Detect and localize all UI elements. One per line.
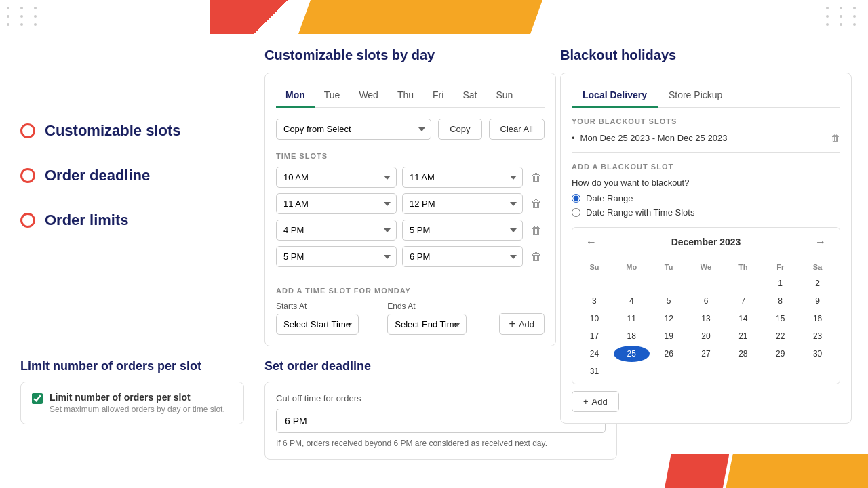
calendar-title: December 2023 xyxy=(671,237,741,247)
cal-day-21[interactable]: 21 xyxy=(725,328,761,344)
radio-date-range[interactable]: Date Range xyxy=(572,193,840,203)
starts-at-label: Starts At xyxy=(276,302,382,311)
cal-day-20[interactable]: 20 xyxy=(688,328,724,344)
cal-day-5[interactable]: 5 xyxy=(651,293,687,309)
sidebar-item-order-limits[interactable]: Order limits xyxy=(20,211,224,229)
delete-slot-3-icon[interactable]: 🗑 xyxy=(528,248,545,266)
cal-day-9[interactable]: 9 xyxy=(800,293,835,309)
dots-decoration-tr xyxy=(826,7,861,26)
dots-decoration-tl xyxy=(7,7,42,26)
delete-slot-0-icon[interactable]: 🗑 xyxy=(528,169,545,186)
nav-circle-icon xyxy=(20,168,35,183)
cal-day-8[interactable]: 8 xyxy=(762,293,798,309)
cal-day-15[interactable]: 15 xyxy=(762,310,798,327)
copy-button[interactable]: Copy xyxy=(438,119,481,140)
cal-header-sa: Sa xyxy=(800,260,835,274)
sidebar-item-order-deadline[interactable]: Order deadline xyxy=(20,167,224,184)
cal-day-6[interactable]: 6 xyxy=(688,293,724,309)
tab-sun[interactable]: Sun xyxy=(486,84,522,108)
tab-fri[interactable]: Fri xyxy=(423,84,453,108)
banner-red xyxy=(210,0,305,34)
bullet-icon: • xyxy=(572,133,575,143)
add-blackout-button[interactable]: + Add xyxy=(572,391,619,412)
cal-day-14[interactable]: 14 xyxy=(725,310,761,327)
cal-day xyxy=(688,363,724,380)
cal-day-3[interactable]: 3 xyxy=(576,293,612,309)
start-time-select[interactable]: Select Start Time xyxy=(276,314,359,335)
delete-blackout-slot-icon[interactable]: 🗑 xyxy=(831,132,840,143)
cal-day-31[interactable]: 31 xyxy=(576,363,612,380)
slot-3-start-select[interactable]: 5 PM xyxy=(276,246,397,267)
slot-3-end-select[interactable]: 6 PM xyxy=(402,246,523,267)
calendar-prev-button[interactable]: ← xyxy=(582,235,601,249)
cutoff-label: Cut off time for orders xyxy=(276,393,606,403)
your-slots-label: YOUR BLACKOUT SLOTS xyxy=(572,117,840,125)
tab-store-pickup[interactable]: Store Pickup xyxy=(658,84,733,108)
cal-day-30[interactable]: 30 xyxy=(800,346,835,362)
cal-day-22[interactable]: 22 xyxy=(762,328,798,344)
cal-day-12[interactable]: 12 xyxy=(651,310,687,327)
cal-day-1[interactable]: 1 xyxy=(762,275,798,291)
cal-day-16[interactable]: 16 xyxy=(800,310,835,327)
cal-day-10[interactable]: 10 xyxy=(576,310,612,327)
calendar-next-button[interactable]: → xyxy=(811,235,830,249)
tab-local-delivery[interactable]: Local Delivery xyxy=(572,84,658,108)
cal-day-29[interactable]: 29 xyxy=(762,346,798,362)
sidebar-label-order-deadline: Order deadline xyxy=(45,167,150,184)
cal-day-17[interactable]: 17 xyxy=(576,328,612,344)
cutoff-select[interactable]: 6 PM xyxy=(276,409,606,433)
slot-0-end-select[interactable]: 11 AM xyxy=(402,167,523,188)
cal-day-28[interactable]: 28 xyxy=(725,346,761,362)
cal-day-26[interactable]: 26 xyxy=(651,346,687,362)
radio-date-range-slots[interactable]: Date Range with Time Slots xyxy=(572,207,840,218)
limit-section-title: Limit number of orders per slot xyxy=(20,359,244,373)
cal-day-19[interactable]: 19 xyxy=(651,328,687,344)
clear-all-button[interactable]: Clear All xyxy=(489,119,545,140)
cal-day-11[interactable]: 11 xyxy=(614,310,650,327)
blackout-section-title: Blackout holidays xyxy=(560,47,852,63)
tab-tue[interactable]: Tue xyxy=(315,84,350,108)
tab-wed[interactable]: Wed xyxy=(349,84,388,108)
add-slot-row: Starts At Select Start Time Ends At Sele… xyxy=(276,302,545,335)
bottom-banner-orange xyxy=(726,454,868,488)
ends-at-label: Ends At xyxy=(387,302,493,311)
limit-checkbox-label: Limit number of orders per slot xyxy=(50,392,225,403)
radio-date-range-slots-label: Date Range with Time Slots xyxy=(586,207,694,218)
radio-date-range-slots-input[interactable] xyxy=(572,208,580,217)
cal-day-24[interactable]: 24 xyxy=(576,346,612,362)
cal-day-23[interactable]: 23 xyxy=(800,328,835,344)
list-item: • Mon Dec 25 2023 - Mon Dec 25 2023 🗑 xyxy=(572,132,840,143)
add-slot-button[interactable]: + Add xyxy=(499,313,545,335)
delete-slot-2-icon[interactable]: 🗑 xyxy=(528,222,545,239)
top-banner xyxy=(210,0,563,34)
copy-from-select[interactable]: Copy from Select xyxy=(276,119,431,140)
slot-2-start-select[interactable]: 4 PM xyxy=(276,220,397,241)
cal-day-7[interactable]: 7 xyxy=(725,293,761,309)
bottom-banner-red xyxy=(665,454,729,488)
limit-checkbox-content: Limit number of orders per slot Set maxi… xyxy=(50,392,225,414)
slot-1-end-select[interactable]: 12 PM xyxy=(402,193,523,214)
bottom-banner xyxy=(665,454,868,488)
slot-1-start-select[interactable]: 11 AM xyxy=(276,193,397,214)
cal-day-18[interactable]: 18 xyxy=(614,328,650,344)
cal-day-2[interactable]: 2 xyxy=(800,275,835,291)
cal-day-27[interactable]: 27 xyxy=(688,346,724,362)
slot-0-start-select[interactable]: 10 AM xyxy=(276,167,397,188)
cal-day xyxy=(688,275,724,291)
tab-mon[interactable]: Mon xyxy=(276,84,315,108)
cal-day-4[interactable]: 4 xyxy=(614,293,650,309)
slot-2-end-select[interactable]: 5 PM xyxy=(402,220,523,241)
table-row: 4 PM 5 PM 🗑 xyxy=(276,220,545,241)
tab-sat[interactable]: Sat xyxy=(453,84,486,108)
radio-date-range-input[interactable] xyxy=(572,194,580,203)
limit-checkbox[interactable] xyxy=(32,393,43,404)
sidebar-item-customizable-slots[interactable]: Customizable slots xyxy=(20,122,224,140)
tab-thu[interactable]: Thu xyxy=(388,84,423,108)
delete-slot-1-icon[interactable]: 🗑 xyxy=(528,195,545,213)
cal-day-13[interactable]: 13 xyxy=(688,310,724,327)
left-navigation: Customizable slots Order deadline Order … xyxy=(20,122,224,256)
end-time-select[interactable]: Select End Time xyxy=(387,314,467,335)
starts-at-field: Starts At Select Start Time xyxy=(276,302,382,335)
blackout-card: Local Delivery Store Pickup YOUR BLACKOU… xyxy=(560,73,852,424)
cal-day-25[interactable]: 25 xyxy=(614,346,650,362)
